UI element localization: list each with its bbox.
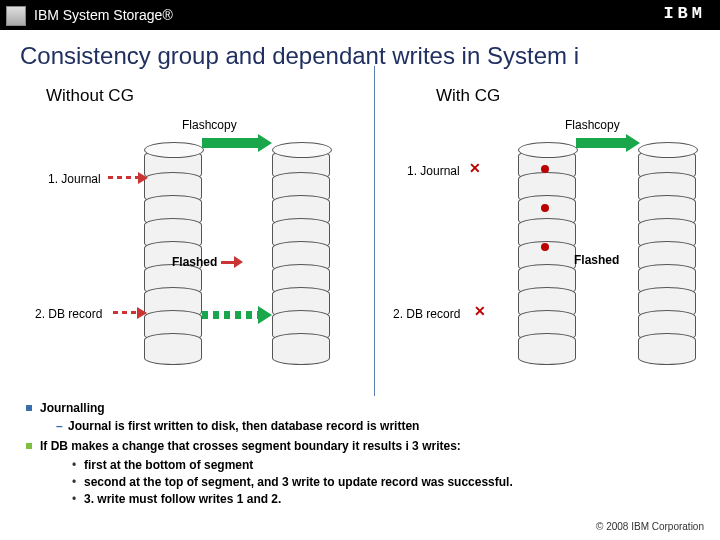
stale-copy-arrow-left <box>202 306 272 324</box>
journal-label-right: 1. Journal <box>407 164 460 178</box>
dbrecord-label-right: 2. DB record <box>393 307 460 321</box>
flashcopy-arrow-right <box>576 134 640 152</box>
ibm-logo: IBM <box>663 4 706 23</box>
flashcopy-label-right: Flashcopy <box>565 118 620 132</box>
source-stack-left <box>144 142 202 342</box>
divider <box>374 66 375 396</box>
page-title: Consistency group and dependant writes i… <box>20 42 579 70</box>
journal-blocked-x: ✕ <box>469 160 481 176</box>
slide: IBM System Storage® IBM Consistency grou… <box>0 0 720 540</box>
copy-stack-left <box>272 142 330 342</box>
header-bar: IBM System Storage® <box>0 0 720 30</box>
footer-copyright: © 2008 IBM Corporation <box>596 521 704 532</box>
flashcopy-arrow-left <box>202 134 272 152</box>
flashcopy-label-left: Flashcopy <box>182 118 237 132</box>
bullet-ifdb: If DB makes a change that crosses segmen… <box>26 438 696 454</box>
bullet-sub-1: first at the bottom of segment <box>72 457 696 473</box>
flashed-label-left: Flashed <box>172 255 217 269</box>
dbrecord-write-arrow-left <box>113 307 147 319</box>
bullet-sub-2: second at the top of segment, and 3 writ… <box>72 474 696 490</box>
subhead-without-cg: Without CG <box>46 86 134 106</box>
corner-icon <box>6 6 26 26</box>
journal-write-arrow-left <box>108 172 148 184</box>
journal-label-left: 1. Journal <box>48 172 101 186</box>
subhead-with-cg: With CG <box>436 86 500 106</box>
dbrecord-blocked-x: ✕ <box>474 303 486 319</box>
cg-hold-dot-1 <box>541 165 549 173</box>
bullet-sub-3: 3. write must follow writes 1 and 2. <box>72 491 696 507</box>
notes-list: Journalling Journal is first written to … <box>26 398 696 508</box>
flashed-flick-left <box>221 254 243 270</box>
flashed-label-right: Flashed <box>574 253 619 267</box>
brand-line: IBM System Storage® <box>34 7 173 23</box>
bullet-journalling: Journalling <box>26 400 696 416</box>
dbrecord-label-left: 2. DB record <box>35 307 102 321</box>
bullet-journal-sub: Journal is first written to disk, then d… <box>56 418 696 434</box>
cg-hold-dot-3 <box>541 243 549 251</box>
cg-hold-dot-2 <box>541 204 549 212</box>
copy-stack-right <box>638 142 696 342</box>
